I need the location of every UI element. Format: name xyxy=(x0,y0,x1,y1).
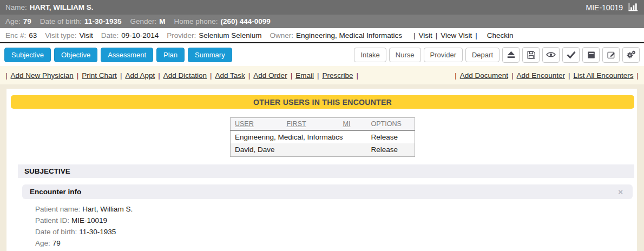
separator: | xyxy=(120,71,122,80)
table-row: David, Dave Release xyxy=(231,143,415,156)
summary-button[interactable]: Summary xyxy=(188,48,232,62)
sort-user-header[interactable]: USER xyxy=(235,120,254,128)
separator: | xyxy=(436,31,438,39)
patient-name-bar: Name: HART, WILLIAM S. MIE-10019 xyxy=(0,0,644,15)
owner-label: Owner: xyxy=(270,31,294,39)
objective-button[interactable]: Objective xyxy=(54,48,97,62)
release-action[interactable]: Release xyxy=(367,130,415,143)
close-icon[interactable]: × xyxy=(618,188,623,196)
patient-name-value: HART, WILLIAM S. xyxy=(30,3,94,11)
separator: | xyxy=(77,71,79,80)
home-phone-label: Home phone: xyxy=(174,17,218,25)
subjective-button[interactable]: Subjective xyxy=(4,48,51,62)
nurse-button[interactable]: Nurse xyxy=(389,48,421,62)
dob-field-label: Date of birth: xyxy=(35,228,77,236)
table-row: Engineering, Medical, Informatics Releas… xyxy=(231,130,415,143)
gender-value: M xyxy=(159,17,165,25)
archive-icon xyxy=(586,50,596,60)
link-add-task[interactable]: Add Task xyxy=(215,71,245,80)
edit-button[interactable] xyxy=(602,47,620,63)
enc-number-label: Enc #: xyxy=(5,31,26,39)
patient-id-field-label: Patient ID: xyxy=(35,216,69,224)
age-label: Age: xyxy=(5,17,21,25)
field-row: Age:79 xyxy=(35,237,634,249)
separator: | xyxy=(291,71,293,80)
name-label: Name: xyxy=(5,3,27,11)
visit-type-value: Visit xyxy=(80,31,93,39)
save-button[interactable] xyxy=(522,47,540,63)
separator: | xyxy=(248,71,251,80)
encounter-panel: OTHER USERS IN THIS ENCOUNTER USER FIRST… xyxy=(6,89,637,251)
depart-button[interactable]: Depart xyxy=(465,48,500,62)
link-list-all-encounters[interactable]: List All Encounters xyxy=(573,71,633,80)
subjective-section-header: SUBJECTIVE xyxy=(18,164,634,178)
demographics-bar: Age: 79 Date of birth: 11-30-1935 Gender… xyxy=(0,15,644,28)
field-row: Patient name:Hart, William S. xyxy=(35,203,634,215)
user-name-cell: David, Dave xyxy=(231,143,367,156)
home-phone-value: (260) 444-0099 xyxy=(221,17,271,25)
field-row: Date of birth:11-30-1935 xyxy=(35,226,634,237)
encounter-users-table: USER FIRST MI OPTIONS Engineering, Medic… xyxy=(230,117,415,157)
eject-icon xyxy=(506,50,516,60)
separator: | xyxy=(356,71,358,80)
user-name-cell: Engineering, Medical, Informatics xyxy=(231,130,367,143)
separator: | xyxy=(317,71,319,80)
release-action[interactable]: Release xyxy=(367,143,415,156)
link-add-new-physician[interactable]: Add New Physician xyxy=(11,71,74,80)
link-add-dictation[interactable]: Add Dictation xyxy=(163,71,207,80)
separator: | xyxy=(511,71,514,80)
visit-link[interactable]: Visit xyxy=(418,31,432,39)
separator: | xyxy=(636,71,639,80)
assessment-button[interactable]: Assessment xyxy=(101,48,153,62)
edit-icon xyxy=(606,50,616,60)
settings-button[interactable] xyxy=(622,47,640,63)
link-add-order[interactable]: Add Order xyxy=(253,71,287,80)
patient-id-value: MIE-10019 xyxy=(586,3,623,12)
bar-chart-icon[interactable] xyxy=(627,1,639,14)
link-email[interactable]: Email xyxy=(295,71,314,80)
link-add-appt[interactable]: Add Appt xyxy=(125,71,155,80)
sort-mi-header[interactable]: MI xyxy=(343,120,351,128)
link-prescribe[interactable]: Prescribe xyxy=(322,71,353,80)
field-row: Date:09-10-2014 09:52:21 xyxy=(35,249,634,251)
provider-label: Provider: xyxy=(167,31,196,39)
age-field-value: 79 xyxy=(52,239,61,247)
eye-icon xyxy=(546,49,556,60)
encounter-bar: Enc #: 63 Visit type: Visit Date: 09-10-… xyxy=(0,28,644,43)
separator: | xyxy=(210,71,212,80)
intake-button[interactable]: Intake xyxy=(354,48,386,62)
check-icon xyxy=(566,50,576,60)
view-visit-link[interactable]: View Visit xyxy=(441,31,472,39)
archive-button[interactable] xyxy=(582,47,600,63)
options-header: OPTIONS xyxy=(367,118,415,131)
provider-button[interactable]: Provider xyxy=(424,48,463,62)
link-add-encounter[interactable]: Add Encounter xyxy=(517,71,565,80)
enc-date-value: 09-10-2014 xyxy=(121,31,159,39)
plan-button[interactable]: Plan xyxy=(156,48,185,62)
settings-gears-icon xyxy=(626,49,636,60)
sort-first-header[interactable]: FIRST xyxy=(287,120,306,128)
banner-title: OTHER USERS IN THIS ENCOUNTER xyxy=(253,98,392,107)
other-users-banner: OTHER USERS IN THIS ENCOUNTER xyxy=(11,95,634,109)
provider-value: Selenium Selenium xyxy=(199,31,261,39)
separator: | xyxy=(5,71,8,80)
content-area: OTHER USERS IN THIS ENCOUNTER USER FIRST… xyxy=(0,84,644,251)
sign-button[interactable] xyxy=(562,47,580,63)
table-header-row: USER FIRST MI OPTIONS xyxy=(231,118,415,131)
link-print-chart[interactable]: Print Chart xyxy=(82,71,117,80)
link-add-document[interactable]: Add Document xyxy=(460,71,508,80)
enc-date-label: Date: xyxy=(101,31,119,39)
card-title: Encounter info xyxy=(30,188,81,196)
save-icon xyxy=(526,50,536,60)
preview-button[interactable] xyxy=(542,47,560,63)
checkin-link[interactable]: Checkin xyxy=(487,31,514,39)
age-value: 79 xyxy=(23,17,31,25)
enc-number-value: 63 xyxy=(29,31,37,39)
owner-value: Engineering, Medical Informatics xyxy=(296,31,402,39)
dob-field-value: 11-30-1935 xyxy=(79,228,116,236)
encounter-info-fields: Patient name:Hart, William S. Patient ID… xyxy=(35,203,634,251)
separator: | xyxy=(158,71,160,80)
eject-button[interactable] xyxy=(502,47,520,63)
toolbar: Subjective Objective Assessment Plan Sum… xyxy=(0,43,644,66)
age-field-label: Age: xyxy=(35,239,50,247)
